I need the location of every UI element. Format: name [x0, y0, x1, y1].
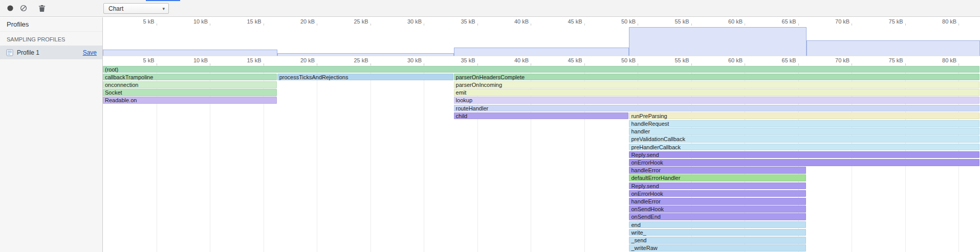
overview-depth-segment [807, 40, 980, 56]
ruler-tick-label: 10 kB [178, 18, 208, 25]
profiles-header: Profiles [0, 17, 102, 32]
ruler-tick-label: 80 kB [927, 18, 956, 25]
flame-bar[interactable]: handleRequest [629, 120, 979, 127]
overview-depth-segment [277, 53, 454, 56]
flame-bar[interactable]: preValidationCallback [629, 135, 979, 143]
flame-chart[interactable]: (root)callbackTrampolineprocessTicksAndR… [103, 65, 980, 252]
flame-bar[interactable]: lookup [454, 97, 979, 104]
flame-bar[interactable]: onSendHook [629, 205, 806, 213]
flame-bar[interactable]: handleError [629, 198, 806, 205]
view-mode-selected-label: Chart [108, 5, 123, 12]
trash-icon [38, 6, 46, 14]
flame-chart-region: 5 kB10 kB15 kB20 kB25 kB30 kB35 kB40 kB4… [103, 17, 980, 252]
overview-depth-segment [454, 48, 629, 56]
ruler-tick-label: 30 kB [392, 18, 422, 25]
flame-bar[interactable]: _writeRaw [629, 244, 806, 251]
ruler-tick-label: 15 kB [232, 57, 262, 63]
overview-depth-segment [103, 50, 277, 56]
ruler-tick-label: 75 kB [874, 57, 903, 63]
memory-ruler-main: 5 kB10 kB15 kB20 kB25 kB30 kB35 kB40 kB4… [103, 56, 980, 65]
ruler-tick-label: 45 kB [553, 18, 582, 25]
profiles-sidebar: Profiles SAMPLING PROFILES Profile 1 Sav… [0, 17, 103, 252]
flame-bar[interactable]: callbackTrampoline [103, 74, 277, 81]
ruler-tick-label: 20 kB [285, 18, 315, 25]
devtools-memory-panel: Chart ▾ Profiles SAMPLING PROFILES Profi… [0, 0, 980, 252]
delete-profile-button[interactable] [36, 3, 48, 15]
record-icon [7, 6, 14, 13]
ruler-tick-label: 60 kB [713, 57, 743, 63]
flame-bar[interactable]: runPreParsing [629, 112, 979, 120]
ruler-tick-label: 10 kB [178, 57, 208, 63]
panel-body: Profiles SAMPLING PROFILES Profile 1 Sav… [0, 17, 980, 252]
ruler-tick-label: 45 kB [553, 57, 582, 63]
ruler-tick-label: 35 kB [446, 57, 475, 63]
allocation-overview-pane[interactable] [103, 26, 980, 56]
sampling-profiles-section-label: SAMPLING PROFILES [0, 32, 102, 45]
clear-icon [20, 6, 27, 13]
ruler-tick-label: 70 kB [820, 18, 850, 25]
gridline [317, 65, 317, 252]
flame-bar[interactable]: handler [629, 128, 979, 135]
ruler-tick-label: 5 kB [125, 18, 155, 25]
ruler-tick-label: 5 kB [125, 57, 155, 63]
flame-bar[interactable]: Readable.on [103, 97, 277, 104]
flame-bar[interactable]: onErrorHook [629, 190, 806, 197]
heap-profile-icon [6, 49, 13, 56]
ruler-tick-label: 65 kB [767, 18, 796, 25]
gridline [371, 65, 371, 252]
flame-bar[interactable]: onErrorHook [629, 159, 979, 166]
flame-bar[interactable]: onSendEnd [629, 213, 806, 220]
flame-bar[interactable]: routeHandler [454, 105, 979, 112]
flame-bar[interactable]: parserOnHeadersComplete [454, 74, 979, 81]
ruler-tick-label: 35 kB [446, 18, 475, 25]
ruler-tick-label: 15 kB [232, 18, 262, 25]
ruler-tick-label: 25 kB [339, 18, 368, 25]
ruler-tick-label: 60 kB [713, 18, 743, 25]
flame-bar[interactable]: parserOnIncoming [454, 81, 979, 88]
profile-name: Profile 1 [17, 49, 39, 56]
flame-bar[interactable]: _send [629, 237, 806, 244]
ruler-tick-label: 50 kB [606, 18, 636, 25]
save-profile-link[interactable]: Save [83, 49, 97, 56]
ruler-tick-label: 55 kB [660, 18, 689, 25]
ruler-tick-label: 40 kB [499, 18, 529, 25]
flame-bar[interactable]: handleError [629, 167, 806, 174]
ruler-tick-label: 70 kB [820, 57, 850, 63]
ruler-tick-label: 80 kB [927, 57, 956, 63]
ruler-tick-label: 30 kB [392, 57, 422, 63]
memory-ruler-top: 5 kB10 kB15 kB20 kB25 kB30 kB35 kB40 kB4… [103, 17, 980, 26]
ruler-tick-label: 25 kB [339, 57, 368, 63]
gridline [424, 65, 424, 252]
flame-bar[interactable]: end [629, 221, 806, 228]
flame-bar[interactable]: onconnection [103, 81, 277, 88]
view-mode-select[interactable]: Chart ▾ [103, 3, 169, 14]
active-tab-underline [146, 0, 180, 1]
ruler-tick-label: 55 kB [660, 57, 689, 63]
memory-toolbar: Chart ▾ [0, 0, 980, 17]
flame-bar[interactable]: Reply.send [629, 182, 806, 190]
flame-bar[interactable]: (root) [103, 66, 979, 73]
ruler-tick-label: 65 kB [767, 57, 796, 63]
flame-bar[interactable]: Reply.send [629, 151, 979, 158]
ruler-tick-label: 75 kB [874, 18, 903, 25]
overview-depth-segment [629, 27, 807, 56]
flame-bar[interactable]: defaultErrorHandler [629, 174, 806, 181]
flame-bar[interactable]: emit [454, 89, 979, 96]
ruler-tick-label: 20 kB [285, 57, 315, 63]
flame-bar[interactable]: processTicksAndRejections [277, 74, 453, 81]
chevron-down-icon: ▾ [162, 6, 165, 11]
record-heap-profile-button[interactable] [4, 3, 16, 15]
flame-bar[interactable]: child [454, 112, 629, 120]
flame-bar[interactable]: write_ [629, 229, 806, 236]
ruler-tick-label: 50 kB [606, 57, 636, 63]
flame-bar[interactable]: Socket [103, 89, 277, 96]
ruler-tick-label: 40 kB [499, 57, 529, 63]
flame-bar[interactable]: preHandlerCallback [629, 144, 979, 151]
profile-list-item[interactable]: Profile 1 Save [0, 45, 102, 59]
clear-profiles-button[interactable] [17, 3, 30, 15]
